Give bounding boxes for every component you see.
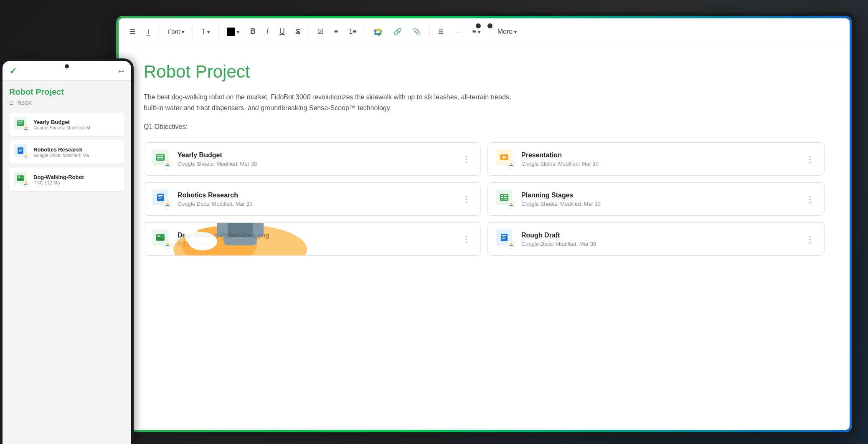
phone-camera [65, 64, 69, 68]
file-info: Yearly Budget Google Sheets: Modified: M… [178, 151, 454, 167]
svg-rect-21 [504, 197, 507, 198]
file-card-presentation[interactable]: Presentation Google Slides: Modified: Ma… [487, 142, 825, 176]
file-info: Planning Stages Google Sheets: Modified:… [521, 192, 798, 207]
svg-rect-53 [18, 147, 23, 154]
phone-file-item-yearly-budget[interactable]: Yearly Budget Google Sheets: Modified: M [9, 113, 124, 136]
divider-btn[interactable]: — [450, 25, 465, 38]
doc-description: The best dog-walking robot on the market… [144, 92, 520, 113]
svg-rect-19 [504, 195, 507, 196]
svg-rect-39 [257, 222, 264, 237]
phone-file-item-dog[interactable]: Dog-Walking-Robot PNG | 12 Mb [9, 168, 124, 191]
check-icon: ✓ [9, 66, 17, 77]
paragraph-icon-btn[interactable]: ☰ [125, 25, 140, 38]
table-btn[interactable]: ⊞ [434, 25, 448, 38]
svg-rect-2 [157, 155, 160, 156]
numbered-list-icon: 1≡ [349, 28, 356, 35]
file-meta: Google Sheets: Modified: Mar 30 [521, 201, 798, 207]
file-meta: Google Sheets: Modified: Mar 30 [178, 161, 454, 167]
doc-section-label: Q1 Objectives: [144, 123, 825, 131]
more-label: More [497, 28, 513, 35]
svg-point-26 [158, 235, 160, 237]
text-size-btn[interactable]: T [197, 25, 214, 38]
file-card-dog-walking[interactable]: Dog-Walking-Robot-Idea.png PNG | 12 Mb ⋮ [144, 222, 481, 256]
file-menu-btn-2[interactable]: ⋮ [804, 152, 816, 166]
phone-drive-badge-1 [23, 125, 29, 132]
phone-file-info: Yearly Budget Google Sheets: Modified: M [33, 119, 119, 130]
file-icon-wrap [496, 189, 515, 209]
paragraph-icon: ☰ [129, 28, 135, 35]
file-name: Presentation [521, 151, 798, 159]
link-btn[interactable]: 🔗 [389, 25, 406, 38]
drive-badge-6 [507, 240, 515, 249]
file-card-rough-draft[interactable]: Rough Draft Google Docs: Modified: Mar 3… [487, 222, 825, 256]
svg-rect-55 [19, 150, 23, 150]
bold-btn[interactable]: B [246, 25, 260, 38]
phone-file-icon-wrap [14, 117, 29, 132]
drive-btn[interactable] [369, 25, 387, 39]
file-menu-btn-5[interactable]: ⋮ [460, 232, 472, 246]
divider-icon: — [454, 28, 461, 35]
phone-file-item-robotics[interactable]: Robotics Research Google Docs: Modified:… [9, 140, 124, 164]
file-info: Rough Draft Google Docs: Modified: Mar 3… [521, 232, 798, 247]
attachment-btn[interactable]: 📎 [409, 25, 425, 38]
strikethrough-btn[interactable]: S̶ [292, 25, 305, 39]
svg-rect-6 [157, 159, 160, 159]
phone-screen: ✓ ↩ Robot Project ☰ INBOX [3, 61, 131, 444]
separator-2 [193, 26, 193, 38]
font-label: Font [168, 28, 180, 35]
file-card-planning-stages[interactable]: Planning Stages Google Sheets: Modified:… [487, 182, 825, 216]
phone-file-icon-wrap [14, 172, 29, 187]
italic-btn[interactable]: I [262, 25, 273, 38]
toolbar: ☰ T̲ Font T [119, 18, 850, 45]
file-icon-wrap [496, 230, 515, 249]
file-card-yearly-budget[interactable]: Yearly Budget Google Sheets: Modified: M… [144, 142, 481, 176]
tablet-border: ☰ T̲ Font T [116, 16, 852, 432]
drive-icon [373, 27, 383, 36]
svg-rect-48 [18, 121, 20, 122]
files-grid: Yearly Budget Google Sheets: Modified: M… [144, 142, 825, 256]
drive-badge-3 [163, 200, 172, 209]
chevron-down-icon-5 [514, 28, 517, 35]
file-info: Presentation Google Slides: Modified: Ma… [521, 151, 798, 167]
phone-file-name: Yearly Budget [33, 119, 119, 125]
file-menu-btn-6[interactable]: ⋮ [804, 232, 816, 246]
file-card-robotics-research[interactable]: Robotics Research Google Docs: Modified:… [144, 182, 481, 216]
phone-file-icon-wrap [14, 144, 29, 159]
font-dropdown-btn[interactable]: Font [163, 25, 188, 38]
numbered-list-btn[interactable]: 1≡ [345, 25, 360, 38]
svg-rect-23 [504, 199, 507, 199]
bullet-list-btn[interactable]: ≡ [330, 25, 342, 38]
phone-doc-title: Robot Project [9, 87, 124, 97]
camera-dot-right [487, 23, 492, 28]
tablet-screen: ☰ T̲ Font T [119, 18, 850, 430]
file-name: Robotics Research [178, 192, 454, 199]
file-menu-btn-3[interactable]: ⋮ [460, 192, 472, 206]
file-name: Rough Draft [521, 232, 798, 239]
file-name: Yearly Budget [178, 151, 454, 159]
title-icon-btn[interactable]: T̲ [142, 25, 155, 38]
drive-badge-4 [507, 200, 515, 209]
underline-btn[interactable]: U [275, 25, 289, 38]
three-dots-icon: ⋮ [806, 194, 814, 204]
bullet-list-icon: ≡ [334, 28, 338, 35]
checkbox-btn[interactable]: ☑ [313, 25, 327, 38]
chevron-down-icon-4 [478, 28, 480, 35]
bold-icon: B [250, 27, 256, 36]
file-menu-btn-4[interactable]: ⋮ [804, 192, 816, 206]
color-swatch [227, 28, 235, 36]
svg-rect-7 [160, 159, 163, 159]
svg-rect-43 [502, 235, 506, 236]
separator-6 [429, 26, 430, 38]
file-icon-wrap [152, 189, 172, 209]
three-dots-icon: ⋮ [462, 194, 470, 204]
undo-icon: ↩ [118, 67, 124, 76]
svg-rect-42 [501, 234, 508, 241]
attachment-icon: 📎 [413, 28, 421, 35]
phone-drive-badge-2 [23, 153, 29, 159]
separator-4 [309, 26, 309, 38]
more-btn[interactable]: More [493, 25, 521, 38]
file-menu-btn[interactable]: ⋮ [460, 152, 472, 166]
svg-rect-18 [501, 195, 503, 196]
color-btn[interactable] [223, 25, 244, 38]
inbox-icon: ☰ [9, 100, 14, 106]
